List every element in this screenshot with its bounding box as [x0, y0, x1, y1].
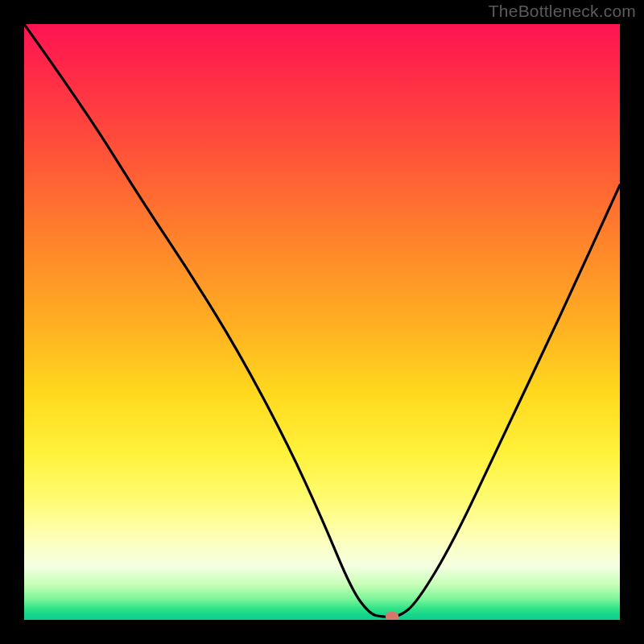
- watermark-text: TheBottleneck.com: [489, 2, 636, 21]
- bottleneck-curve: [24, 24, 620, 620]
- chart-frame: TheBottleneck.com: [0, 0, 644, 644]
- plot-area: [24, 24, 620, 620]
- optimal-point-marker: [386, 612, 398, 620]
